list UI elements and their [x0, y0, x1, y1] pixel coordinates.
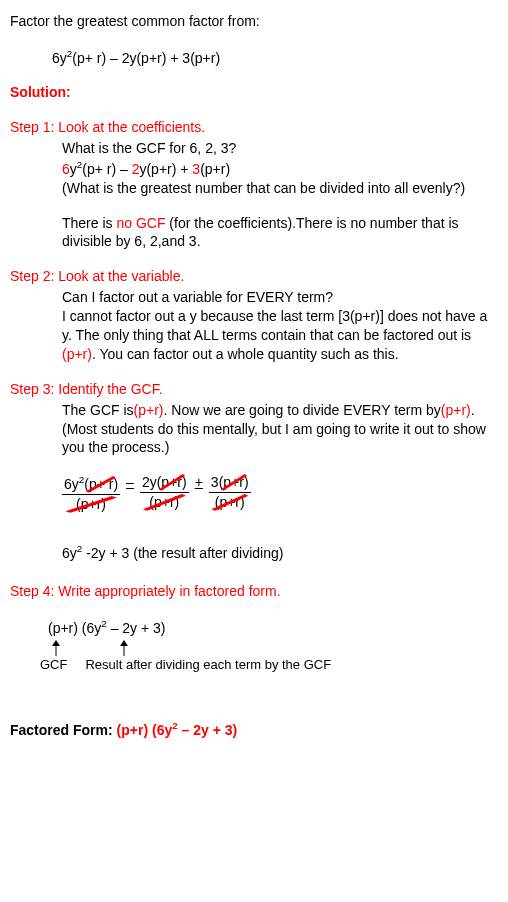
- t: There is: [62, 215, 116, 231]
- gcf: (p+r): [441, 402, 471, 418]
- step3-result: 6y2 -2y + 3 (the result after dividing): [62, 542, 498, 563]
- final-answer: Factored Form: (p+r) (6y2 – 2y + 3): [10, 719, 498, 740]
- t: (p+r) (6y: [48, 620, 101, 636]
- t: (p+r): [200, 161, 230, 177]
- final-label: Factored Form:: [10, 722, 117, 738]
- t: (p+ r) –: [82, 161, 131, 177]
- step1-title: Step 1: Look at the coefficients.: [10, 118, 498, 137]
- t: . Now we are going to divide EVERY term …: [164, 402, 441, 418]
- step2-line2: I cannot factor out a y because the last…: [62, 307, 498, 364]
- num-group: (p+r): [219, 474, 249, 490]
- label-result: Result after dividing each term by the G…: [85, 656, 331, 674]
- expr-part: – 2y(p+r) + 3(p+r): [106, 50, 220, 66]
- t: – 2y + 3): [107, 620, 166, 636]
- t: . You can factor out a whole quantity su…: [92, 346, 399, 362]
- svg-marker-9: [120, 640, 128, 646]
- t: The GCF is: [62, 402, 134, 418]
- expr-part: 6y: [52, 50, 67, 66]
- t: (p+r) (6y: [117, 722, 173, 738]
- arrow-up-icon: [48, 640, 208, 656]
- gcf: (p+r): [134, 402, 164, 418]
- coef: 6: [62, 161, 70, 177]
- den: (p+r): [215, 494, 245, 510]
- step4-arrows: [48, 640, 498, 656]
- fraction-3: 3(p+r) (p+r): [209, 473, 251, 512]
- step1-expression: 6y2(p+ r) – 2y(p+r) + 3(p+r): [62, 158, 498, 179]
- step2-line1: Can I factor out a variable for EVERY te…: [62, 288, 498, 307]
- den: (p+r): [76, 496, 106, 512]
- expr-part: (p+ r): [72, 50, 106, 66]
- t: 6y: [62, 544, 77, 560]
- num-coef: 6y: [64, 476, 79, 492]
- problem-expression: 6y2(p+ r) – 2y(p+r) + 3(p+r): [52, 47, 498, 68]
- t: y: [70, 161, 77, 177]
- step4-expression: (p+r) (6y2 – 2y + 3): [48, 617, 498, 638]
- gcf-variable: (p+r): [62, 346, 92, 362]
- problem-title: Factor the greatest common factor from:: [10, 12, 498, 31]
- solution-heading: Solution:: [10, 83, 498, 102]
- den: (p+r): [149, 494, 179, 510]
- step1-line4: There is no GCF (for the coefficients).T…: [62, 214, 498, 252]
- num-group: (p+ r): [84, 476, 118, 492]
- t: I cannot factor out a y because the last…: [62, 308, 487, 343]
- fraction-1: 6y2(p+ r) (p+r): [62, 473, 120, 513]
- coef: 3: [192, 161, 200, 177]
- step4-title: Step 4: Write appropriately in factored …: [10, 582, 498, 601]
- step3-fractions: 6y2(p+ r) (p+r) – 2y(p+r) (p+r) + 3(p+r)…: [62, 473, 498, 513]
- t: y(p+r) +: [139, 161, 192, 177]
- plus-op: +: [195, 473, 203, 492]
- num-coef: 3: [211, 474, 219, 490]
- final-expr: (p+r) (6y2 – 2y + 3): [117, 722, 238, 738]
- t: -2y + 3 (the result after dividing): [82, 544, 283, 560]
- svg-marker-7: [52, 640, 60, 646]
- step1-line3: (What is the greatest number that can be…: [62, 179, 498, 198]
- t: – 2y + 3): [178, 722, 238, 738]
- step4-labels: GCF Result after dividing each term by t…: [40, 656, 498, 674]
- num-group: (p+r): [157, 474, 187, 490]
- num-coef: 2y: [142, 474, 157, 490]
- step3-line1: The GCF is(p+r). Now we are going to div…: [62, 401, 498, 458]
- no-gcf: no GCF: [116, 215, 165, 231]
- fraction-2: 2y(p+r) (p+r): [140, 473, 189, 512]
- step3-title: Step 3: Identify the GCF.: [10, 380, 498, 399]
- minus-op: –: [126, 473, 134, 492]
- step2-title: Step 2: Look at the variable.: [10, 267, 498, 286]
- label-gcf: GCF: [40, 656, 67, 674]
- step1-line1: What is the GCF for 6, 2, 3?: [62, 139, 498, 158]
